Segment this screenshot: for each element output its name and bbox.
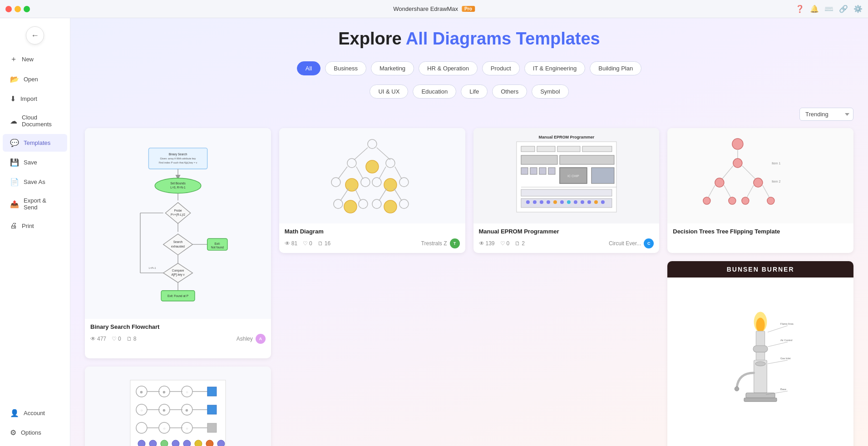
card-preview-bunsen: BUNSEN BURNER — [667, 261, 853, 446]
card-bunsen[interactable]: BUNSEN BURNER — [667, 261, 853, 446]
svg-line-33 — [377, 148, 390, 160]
filter-symbol[interactable]: Symbol — [532, 84, 568, 99]
svg-point-158 — [217, 440, 225, 446]
minimize-button[interactable] — [15, 6, 21, 12]
main-content: Explore All Diagrams Templates All Busin… — [70, 18, 868, 446]
svg-text:⊗: ⊗ — [163, 390, 166, 394]
titlebar-actions: ❓ 🔔 ⌨️ 🔗 ⚙️ — [795, 5, 863, 13]
svg-text:Item 2: Item 2 — [772, 180, 781, 183]
filter-education[interactable]: Education — [413, 84, 456, 99]
card-title-decision: Decision Trees Tree Flipping Template — [673, 228, 848, 235]
sidebar-item-saveas[interactable]: 📄 Save As — [3, 173, 67, 191]
sidebar-item-save[interactable]: 💾 Save — [3, 154, 67, 171]
pro-badge: Pro — [462, 6, 475, 12]
filter-business[interactable]: Business — [325, 61, 366, 75]
svg-text:Set Bounds: Set Bounds — [170, 182, 185, 185]
sidebar-item-account[interactable]: 👤 Account — [3, 404, 67, 422]
svg-rect-67 — [539, 168, 546, 174]
filter-hr[interactable]: HR & Operation — [419, 61, 478, 75]
sidebar-label-print: Print — [22, 223, 34, 229]
sidebar-label-import: Import — [20, 95, 37, 102]
card-author-binary: Ashley A — [237, 334, 266, 344]
svg-text:Base: Base — [780, 388, 786, 391]
sidebar-label-saveas: Save As — [24, 178, 45, 185]
card-decision-trees[interactable]: Item 1 Item 2 — [667, 128, 853, 253]
filter-it[interactable]: IT & Engineering — [524, 61, 586, 75]
svg-rect-110 — [746, 393, 775, 398]
card-info-decision: Decision Trees Tree Flipping Template — [667, 223, 853, 243]
sidebar-label-export: Export & Send — [24, 197, 60, 211]
sidebar-item-new[interactable]: ＋ New — [3, 50, 67, 69]
svg-point-84 — [587, 200, 591, 204]
svg-point-77 — [539, 200, 543, 204]
svg-point-40 — [361, 178, 370, 187]
svg-point-75 — [526, 200, 529, 204]
sort-select[interactable]: Trending Newest Most Popular — [799, 108, 853, 121]
card-binary-search[interactable]: Binary Search Given: array A With attrib… — [85, 128, 271, 358]
svg-point-155 — [183, 440, 191, 446]
print-icon: 🖨 — [10, 222, 17, 230]
svg-point-51 — [344, 200, 357, 213]
svg-rect-59 — [521, 146, 534, 152]
svg-line-43 — [395, 167, 402, 179]
svg-point-44 — [372, 178, 381, 187]
svg-text:Gas Inlet: Gas Inlet — [780, 357, 791, 360]
svg-text:Not found: Not found — [211, 246, 224, 249]
card-meta-math: 👁 81 ♡ 0 🗋 16 Trestrals Z T — [285, 238, 460, 248]
svg-line-117 — [768, 360, 788, 364]
help-icon[interactable]: ❓ — [795, 5, 804, 13]
svg-text:exhausted: exhausted — [171, 245, 185, 248]
sidebar-item-export[interactable]: 📤 Export & Send — [3, 193, 67, 215]
card-eprom[interactable]: Manual EPROM Programmer — [473, 128, 660, 253]
svg-rect-71 — [591, 168, 614, 183]
settings-icon[interactable]: ⚙️ — [853, 5, 863, 13]
card-meta-eprom: 👁 139 ♡ 0 🗋 2 Circuit Ever... C — [479, 238, 654, 248]
svg-point-86 — [601, 200, 604, 204]
card-ladder[interactable]: ⊗ ⊗ ○ ○ ⊗ — [85, 367, 271, 446]
filter-life[interactable]: Life — [461, 84, 488, 99]
sidebar-item-print[interactable]: 🖨 Print — [3, 217, 67, 234]
svg-point-103 — [767, 197, 774, 204]
svg-text:Exit: Found at P: Exit: Found at P — [168, 294, 188, 297]
cloud-icon: ☁ — [10, 117, 17, 125]
svg-point-34 — [347, 159, 356, 168]
card-info-eprom: Manual EPROM Programmer 👁 139 ♡ 0 🗋 2 Ci… — [473, 223, 660, 253]
sidebar-item-options[interactable]: ⚙ Options — [3, 424, 67, 441]
back-button[interactable]: ← — [26, 26, 44, 45]
close-button[interactable] — [5, 6, 12, 12]
filter-product[interactable]: Product — [482, 61, 520, 75]
page-title: Explore All Diagrams Templates — [85, 29, 853, 49]
card-info-binary: Binary Search Flowchart 👁 477 ♡ 0 🗋 8 As… — [85, 319, 271, 348]
svg-line-52 — [379, 188, 387, 201]
svg-rect-73 — [521, 189, 612, 196]
card-info-math: Math Diagram 👁 81 ♡ 0 🗋 16 Trestrals Z T — [279, 223, 465, 253]
filter-all[interactable]: All — [297, 61, 321, 75]
svg-point-152 — [149, 440, 157, 446]
svg-line-38 — [356, 167, 363, 179]
sidebar-item-cloud[interactable]: ☁ Cloud Documents — [3, 109, 67, 132]
open-icon: 📂 — [10, 75, 19, 84]
svg-text:Manual EPROM Programmer: Manual EPROM Programmer — [538, 135, 594, 139]
sidebar-item-templates[interactable]: 💬 Templates — [3, 134, 67, 152]
shortcut-icon[interactable]: ⌨️ — [824, 5, 833, 13]
svg-rect-150 — [207, 423, 217, 432]
share-icon[interactable]: 🔗 — [839, 5, 848, 13]
filter-building[interactable]: Building Plan — [590, 61, 641, 75]
svg-line-91 — [742, 166, 756, 179]
card-math-diagram[interactable]: Math Diagram 👁 81 ♡ 0 🗋 16 Trestrals Z T — [279, 128, 465, 253]
notification-icon[interactable]: 🔔 — [810, 5, 819, 13]
sidebar-item-open[interactable]: 📂 Open — [3, 70, 67, 88]
filter-marketing[interactable]: Marketing — [371, 61, 414, 75]
svg-text:⊗: ⊗ — [163, 408, 166, 412]
svg-rect-64 — [559, 155, 614, 164]
svg-rect-60 — [537, 146, 555, 152]
svg-line-53 — [394, 188, 402, 201]
card-preview-decision: Item 1 Item 2 — [667, 128, 853, 223]
maximize-button[interactable] — [24, 6, 30, 12]
sidebar-item-import[interactable]: ⬇ Import — [3, 90, 67, 108]
svg-rect-63 — [521, 155, 557, 164]
svg-text:○: ○ — [140, 408, 143, 412]
filter-uiux[interactable]: UI & UX — [370, 84, 408, 99]
likes-stat: ♡ 0 — [112, 336, 121, 342]
filter-others[interactable]: Others — [492, 84, 527, 99]
